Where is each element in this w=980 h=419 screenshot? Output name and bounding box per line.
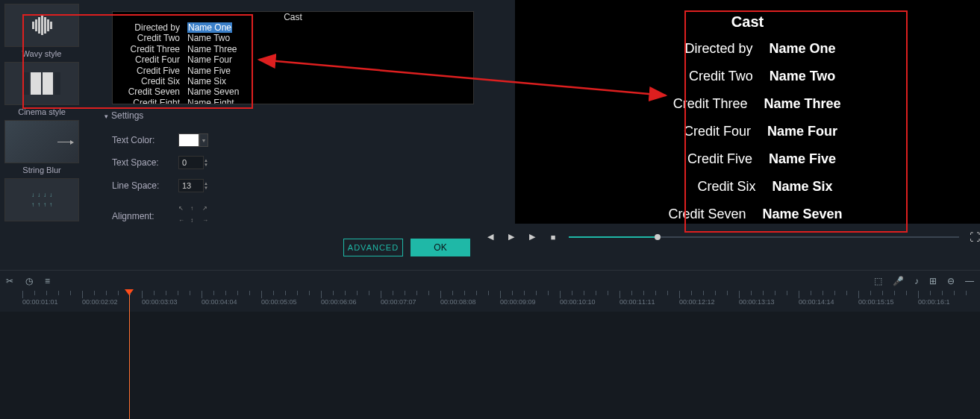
align-bottom-right[interactable]: → bbox=[202, 218, 211, 227]
progress-thumb[interactable] bbox=[655, 234, 661, 240]
mic-icon[interactable]: 🎤 bbox=[893, 276, 904, 286]
settings-icon[interactable]: ≡ bbox=[45, 276, 50, 286]
text-space-spinner[interactable]: ▲▼ bbox=[204, 156, 211, 169]
style-cinema[interactable]: Cinema style bbox=[4, 62, 79, 116]
progress-fill bbox=[569, 236, 655, 238]
text-space-input[interactable] bbox=[178, 156, 204, 169]
style-string-blur[interactable]: String Blur bbox=[4, 120, 79, 174]
line-space-input[interactable] bbox=[178, 179, 204, 192]
text-color-row: Text Color: ▼ bbox=[112, 133, 208, 147]
text-color-label: Text Color: bbox=[112, 135, 168, 145]
blur-thumb bbox=[4, 120, 79, 163]
style-label: Wavy style bbox=[4, 49, 79, 58]
settings-header[interactable]: Settings bbox=[104, 110, 143, 121]
timeline-toolbar: ✂ ◷ ≡ ⬚ 🎤 ♪ ⊞ ⊖ — bbox=[0, 270, 980, 291]
next-frame-button[interactable]: ▶ bbox=[527, 232, 537, 242]
prev-frame-button[interactable]: ◀ bbox=[485, 232, 496, 242]
fullscreen-button[interactable]: ⛶ bbox=[970, 231, 980, 243]
zoom-slider[interactable]: — bbox=[965, 276, 974, 286]
editor-panel: CastDirected byName OneCredit TwoName Tw… bbox=[90, 0, 485, 268]
styles-sidebar: Wavy style Cinema style String Blur ↓↓↓↓… bbox=[0, 0, 84, 268]
text-space-row: Text Space: ▲▼ bbox=[112, 156, 211, 169]
style-wavy[interactable]: Wavy style bbox=[4, 4, 79, 58]
music-icon[interactable]: ♪ bbox=[914, 276, 919, 286]
wavy-thumb bbox=[4, 4, 79, 47]
stop-button[interactable]: ■ bbox=[548, 233, 558, 242]
advanced-button[interactable]: ADVANCED bbox=[343, 239, 403, 256]
style-label: Cinema style bbox=[4, 107, 79, 116]
editor-buttons: ADVANCED OK bbox=[90, 239, 478, 256]
video-preview: CastDirected byName OneCredit TwoName Tw… bbox=[515, 0, 980, 224]
align-bottom-center[interactable]: ↕ bbox=[190, 218, 199, 227]
fit-icon[interactable]: ⊞ bbox=[929, 276, 937, 286]
align-top-right[interactable]: ↗ bbox=[202, 206, 211, 215]
credits-text-editor[interactable]: CastDirected byName OneCredit TwoName Tw… bbox=[112, 11, 474, 104]
align-top-left[interactable]: ↖ bbox=[178, 206, 187, 215]
timer-icon[interactable]: ◷ bbox=[25, 276, 33, 286]
play-button[interactable]: ▶ bbox=[506, 232, 516, 242]
marker-icon[interactable]: ⬚ bbox=[874, 276, 882, 286]
cut-icon[interactable]: ✂ bbox=[6, 276, 13, 286]
text-color-swatch[interactable] bbox=[178, 133, 199, 147]
arrows-thumb: ↓↓↓↓ ↑↑↑↑ bbox=[4, 178, 79, 221]
align-bottom-left[interactable]: ← bbox=[178, 218, 187, 227]
alignment-label: Alignment: bbox=[112, 211, 168, 221]
line-space-label: Line Space: bbox=[112, 180, 168, 191]
cinema-thumb bbox=[4, 62, 79, 105]
timeline-ruler[interactable]: 00:00:01:0100:00:02:0200:00:03:0300:00:0… bbox=[0, 291, 980, 312]
line-space-spinner[interactable]: ▲▼ bbox=[204, 179, 211, 192]
timeline[interactable]: 00:00:01:0100:00:02:0200:00:03:0300:00:0… bbox=[0, 291, 980, 419]
text-color-dropdown[interactable]: ▼ bbox=[199, 133, 208, 147]
style-arrows[interactable]: ↓↓↓↓ ↑↑↑↑ bbox=[4, 178, 79, 221]
alignment-row: Alignment: ↖ ↑ ↗ ← ↕ → bbox=[112, 206, 211, 227]
align-top-center[interactable]: ↑ bbox=[190, 206, 199, 215]
text-space-label: Text Space: bbox=[112, 157, 168, 168]
line-space-row: Line Space: ▲▼ bbox=[112, 179, 211, 192]
ok-button[interactable]: OK bbox=[411, 239, 470, 256]
player-controls: ◀ ▶ ▶ ■ ⛶ bbox=[485, 227, 980, 246]
timeline-playhead[interactable] bbox=[129, 291, 130, 419]
progress-bar[interactable] bbox=[569, 236, 959, 238]
style-label: String Blur bbox=[4, 166, 79, 174]
zoom-out-icon[interactable]: ⊖ bbox=[947, 276, 955, 286]
